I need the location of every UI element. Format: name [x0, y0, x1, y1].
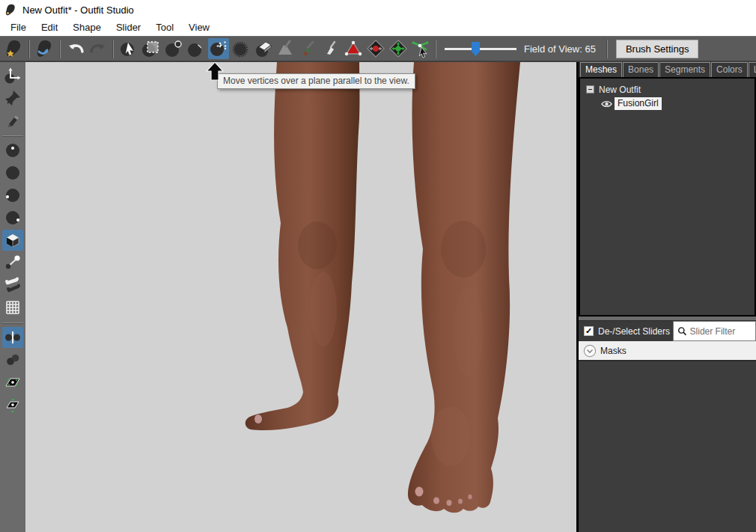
vertices-view-button[interactable]: [2, 252, 23, 273]
toolbar-separator: [436, 40, 436, 58]
bone-edit-icon: [411, 39, 430, 58]
color-brush-icon: [299, 39, 318, 58]
color-brush-button[interactable]: [298, 38, 319, 59]
plane-lift-icon: [4, 396, 22, 414]
move-brush-button[interactable]: [208, 38, 229, 59]
undo-button[interactable]: [65, 38, 86, 59]
main-area: Move vertices over a plane parallel to t…: [0, 61, 756, 532]
slider-filter-input[interactable]: [690, 322, 755, 340]
sphere-top-dot-icon: [4, 141, 22, 159]
menu-tool[interactable]: Tool: [148, 20, 181, 35]
redo-icon: [88, 39, 108, 58]
tree-root-label[interactable]: New Outfit: [599, 85, 641, 95]
wireframe-view-button[interactable]: [2, 297, 23, 318]
redo-button[interactable]: [88, 38, 109, 59]
undo-icon: [66, 39, 85, 58]
alpha-brush-button[interactable]: [320, 38, 341, 59]
pencil-tool-button[interactable]: [2, 110, 23, 131]
x-mirror-button[interactable]: [365, 38, 386, 59]
mirror-edit-button[interactable]: [2, 327, 23, 348]
slider-controls-row: ✓ De-/Select Sliders: [579, 321, 756, 341]
tab-bones[interactable]: Bones: [623, 62, 659, 77]
pencil-icon: [4, 111, 22, 129]
z-mirror-button[interactable]: [388, 38, 409, 59]
smooth-brush-button[interactable]: [231, 38, 252, 59]
new-project-icon: [4, 39, 24, 58]
tree-child-label[interactable]: FusionGirl: [615, 97, 662, 110]
menu-view[interactable]: View: [181, 20, 217, 35]
window-title: New Outfit* - Outfit Studio: [22, 4, 134, 16]
collision-triangle-icon: [344, 39, 363, 58]
transform-axes-icon: [4, 67, 22, 85]
deselect-sliders-label: De-/Select Sliders: [598, 326, 670, 337]
brush-falloff-top-button[interactable]: [2, 140, 23, 161]
red-diamond-icon: [366, 39, 385, 58]
brush-settings-button[interactable]: Brush Settings: [616, 40, 699, 58]
field-of-view-label: Field of View: 65: [524, 43, 596, 55]
collision-brush-button[interactable]: [343, 38, 364, 59]
menu-bar: File Edit Shape Slider Tool View: [0, 19, 756, 36]
slider-thumb[interactable]: [472, 42, 480, 56]
chevron-down-icon[interactable]: [583, 344, 597, 358]
field-of-view-slider[interactable]: [445, 41, 516, 56]
search-icon: [677, 325, 687, 337]
collapse-icon[interactable]: [586, 85, 594, 94]
deselect-sliders-checkbox[interactable]: ✓: [584, 326, 594, 336]
menu-slider[interactable]: Slider: [109, 20, 148, 35]
tab-meshes[interactable]: Meshes: [580, 62, 622, 77]
cube-icon: [4, 231, 22, 249]
mask-brush-button[interactable]: [141, 38, 162, 59]
axis-brush-button[interactable]: [2, 394, 23, 415]
bone-edit-button[interactable]: [410, 38, 431, 59]
viewport-3d[interactable]: Move vertices over a plane parallel to t…: [25, 62, 576, 532]
deselect-sliders-control[interactable]: ✓ De-/Select Sliders: [579, 321, 673, 341]
inflate-brush-button[interactable]: [163, 38, 184, 59]
mirror-icon: [4, 328, 22, 346]
left-toolbar-separator: [2, 135, 23, 136]
tab-segments[interactable]: Segments: [659, 62, 710, 77]
connected-only-button[interactable]: [2, 349, 23, 370]
slider-list-area[interactable]: [579, 361, 756, 532]
shaded-view-button[interactable]: [2, 230, 23, 251]
load-project-button[interactable]: [34, 38, 55, 59]
edge-vertices-icon: [4, 254, 22, 272]
visibility-eye-icon[interactable]: [601, 100, 612, 108]
toolbar-separator: [60, 40, 61, 58]
erase-brush-button[interactable]: [253, 38, 274, 59]
weight-brush-button[interactable]: [275, 38, 296, 59]
menu-edit[interactable]: Edit: [34, 20, 65, 35]
bones-view-button[interactable]: [2, 275, 23, 296]
deflate-brush-button[interactable]: [186, 38, 207, 59]
pin-tool-button[interactable]: [2, 88, 23, 108]
brush-solid-button[interactable]: [2, 162, 23, 183]
select-brush-button[interactable]: [118, 38, 139, 59]
transform-tool-button[interactable]: [2, 65, 23, 86]
weight-brush-icon: [276, 39, 296, 58]
tree-item-fusiongirl[interactable]: FusionGirl: [585, 97, 755, 111]
global-brush-button[interactable]: [2, 372, 23, 393]
menu-shape[interactable]: Shape: [65, 20, 109, 35]
sphere-right-dot-icon: [4, 209, 22, 227]
tab-colors[interactable]: Colors: [711, 62, 748, 77]
new-project-button[interactable]: [4, 38, 25, 59]
deflate-brush-icon: [186, 39, 206, 58]
bones-icon: [4, 276, 22, 294]
grid-icon: [4, 299, 22, 317]
brush-falloff-right-button[interactable]: [2, 207, 23, 228]
cursor-up-arrow: [205, 62, 225, 82]
tree-item-new-outfit[interactable]: New Outfit: [585, 82, 755, 97]
brush-falloff-left-button[interactable]: [2, 185, 23, 206]
menu-file[interactable]: File: [3, 20, 34, 35]
tab-lights[interactable]: Lights: [749, 62, 756, 77]
plane-pan-icon: [4, 373, 22, 391]
main-toolbar: Field of View: 65 Brush Settings: [0, 36, 756, 61]
app-icon: [5, 4, 16, 16]
erase-brush-icon: [254, 39, 273, 58]
toolbar-separator: [113, 40, 114, 58]
masks-section-header[interactable]: Masks: [579, 341, 756, 361]
title-bar: New Outfit* - Outfit Studio: [0, 0, 756, 19]
green-diamond-icon: [388, 39, 408, 58]
slider-filter-box[interactable]: [673, 321, 756, 341]
pin-icon: [4, 89, 22, 107]
smooth-brush-icon: [231, 39, 251, 58]
